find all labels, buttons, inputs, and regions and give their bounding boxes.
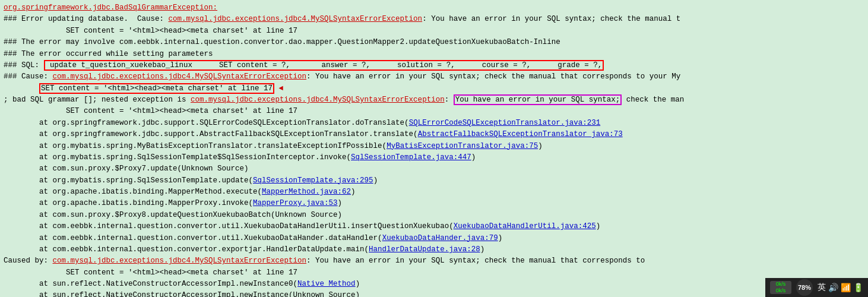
log-line-11: at org.springframework.jdbc.support.SQLE… bbox=[4, 118, 864, 129]
plain-text: ) bbox=[596, 222, 601, 230]
boxed-purple-text: You have an error in your SQL syntax; bbox=[454, 94, 622, 105]
lang-indicator: 英 bbox=[818, 282, 826, 293]
plain-text: ) bbox=[538, 142, 543, 150]
log-line-5: ### The error occurred while setting par… bbox=[4, 49, 864, 60]
log-link[interactable]: com.mysql.jdbc.exceptions.jdbc4.MySQLSyn… bbox=[169, 15, 423, 23]
statusbar: 0k/s 0k/s 78% 英 🔊 📶 🔋 bbox=[765, 278, 868, 297]
log-link[interactable]: MapperMethod.java:62 bbox=[262, 188, 351, 196]
main-container: org.springframework.jdbc.BadSqlGrammarEx… bbox=[0, 0, 868, 297]
plain-text: at sun.reflect.NativeConstructorAccessor… bbox=[4, 280, 297, 288]
log-line-2: ### Error updating database. Cause: com.… bbox=[4, 14, 864, 25]
plain-text: ) bbox=[373, 176, 378, 185]
plain-text: ; bad SQL grammar []; nested exception i… bbox=[4, 96, 191, 104]
plain-text: ) bbox=[471, 153, 476, 162]
plain-text: check the man bbox=[622, 96, 684, 104]
log-line-3: SET content = '<html><head><meta charset… bbox=[4, 26, 864, 37]
log-line-24: SET content = '<html><head><meta charset… bbox=[4, 267, 864, 279]
plain-text: at com.eebbk.internal.question.convertor… bbox=[4, 222, 454, 230]
plain-text: ) bbox=[351, 188, 356, 196]
log-line-20: at com.eebbk.internal.question.convertor… bbox=[4, 221, 864, 232]
plain-text: : You have an error in your SQL syntax; … bbox=[422, 15, 680, 23]
log-link[interactable]: XuekubaoDataHander.java:79 bbox=[382, 234, 498, 242]
battery-icon: 🔋 bbox=[853, 283, 863, 292]
plain-text: ### Cause: bbox=[4, 72, 53, 81]
log-line-19: at com.sun.proxy.$Proxy8.updateQuestionX… bbox=[4, 210, 864, 221]
plain-text: : bbox=[445, 96, 454, 104]
log-line-21: at com.eebbk.internal.question.convertor… bbox=[4, 233, 864, 244]
log-link[interactable]: HandlerDataUpdate.java:28 bbox=[369, 245, 480, 254]
log-link[interactable]: org.springframework.jdbc.BadSqlGrammarEx… bbox=[4, 4, 217, 12]
boxed-red-text: SET content = '<html><head><meta charset… bbox=[39, 83, 274, 94]
log-line-12: at org.springframework.jdbc.support.Abst… bbox=[4, 129, 864, 140]
log-line-13: at org.mybatis.spring.MyBatisExceptionTr… bbox=[4, 141, 864, 152]
arrow-indicator bbox=[274, 84, 279, 93]
plain-text: SET content = '<html><head><meta charset… bbox=[4, 27, 297, 35]
plain-text: ) bbox=[480, 245, 485, 254]
plain-text: SET content = '<html><head><meta charset… bbox=[4, 107, 297, 115]
log-link[interactable]: MapperProxy.java:53 bbox=[253, 199, 338, 207]
boxed-red-text: update t_question_xuekebao_linux SET con… bbox=[44, 60, 604, 71]
log-link[interactable]: com.mysql.jdbc.exceptions.jdbc4.MySQLSyn… bbox=[53, 72, 307, 81]
network-icon: 0k/s 0k/s bbox=[770, 281, 791, 294]
plain-text bbox=[4, 84, 39, 93]
log-line-26: at sun.reflect.NativeConstructorAccessor… bbox=[4, 290, 864, 297]
log-link[interactable]: com.mysql.jdbc.exceptions.jdbc4.MySQLSyn… bbox=[53, 257, 307, 265]
log-line-8: SET content = '<html><head><meta charset… bbox=[4, 83, 864, 94]
plain-text: ### The error may involve com.eebbk.inte… bbox=[4, 38, 560, 46]
log-line-16: at org.mybatis.spring.SqlSessionTemplate… bbox=[4, 175, 864, 187]
plain-text: at org.apache.ibatis.binding.MapperMetho… bbox=[4, 188, 262, 196]
plain-text: at sun.reflect.NativeConstructorAccessor… bbox=[4, 291, 360, 297]
log-link[interactable]: Native Method bbox=[297, 280, 356, 288]
plain-text: ### SQL: bbox=[4, 61, 44, 69]
plain-text: Caused by: bbox=[4, 257, 53, 265]
network-up: 0k/s bbox=[776, 281, 786, 287]
plain-text: at org.springframework.jdbc.support.Abst… bbox=[4, 130, 418, 138]
log-line-18: at org.apache.ibatis.binding.MapperProxy… bbox=[4, 198, 864, 209]
log-line-22: at com.eebbk.internal.question.convertor… bbox=[4, 244, 864, 255]
plain-text: at com.sun.proxy.$Proxy7.update(Unknown … bbox=[4, 165, 249, 173]
log-line-7: ### Cause: com.mysql.jdbc.exceptions.jdb… bbox=[4, 71, 864, 83]
plain-text: at org.apache.ibatis.binding.MapperProxy… bbox=[4, 199, 253, 207]
log-line-6: ### SQL: update t_question_xuekebao_linu… bbox=[4, 60, 864, 71]
taskbar-icons: 英 🔊 📶 🔋 bbox=[818, 282, 863, 293]
log-line-1: org.springframework.jdbc.BadSqlGrammarEx… bbox=[4, 2, 864, 14]
plain-text: at com.eebbk.internal.question.convertor… bbox=[4, 245, 369, 254]
log-link[interactable]: SqlSessionTemplate.java:447 bbox=[351, 153, 471, 162]
plain-text: at org.mybatis.spring.SqlSessionTemplate… bbox=[4, 176, 253, 185]
plain-text: : You have an error in your SQL syntax; … bbox=[306, 72, 680, 81]
plain-text: ### Error updating database. Cause: bbox=[4, 15, 169, 23]
plain-text: at com.sun.proxy.$Proxy8.updateQuestionX… bbox=[4, 211, 342, 219]
cpu-percent: 78% bbox=[796, 279, 813, 296]
log-content: org.springframework.jdbc.BadSqlGrammarEx… bbox=[4, 2, 864, 297]
log-line-14: at org.mybatis.spring.SqlSessionTemplate… bbox=[4, 152, 864, 163]
plain-text: ) bbox=[498, 234, 503, 242]
log-link[interactable]: MyBatisExceptionTranslator.java:75 bbox=[387, 142, 538, 150]
log-line-25: at sun.reflect.NativeConstructorAccessor… bbox=[4, 279, 864, 290]
log-link[interactable]: AbstractFallbackSQLExceptionTranslator_j… bbox=[418, 130, 623, 138]
log-line-23: Caused by: com.mysql.jdbc.exceptions.jdb… bbox=[4, 255, 864, 267]
plain-text: ) bbox=[356, 280, 360, 288]
network-down: 0k/s bbox=[776, 287, 786, 294]
arrow-indicator: ◄ bbox=[279, 84, 284, 93]
plain-text: at org.springframework.jdbc.support.SQLE… bbox=[4, 119, 409, 127]
plain-text: at org.mybatis.spring.SqlSessionTemplate… bbox=[4, 153, 351, 162]
log-line-10: SET content = '<html><head><meta charset… bbox=[4, 106, 864, 117]
network-status-icon: 📶 bbox=[841, 283, 851, 292]
plain-text: ### The error occurred while setting par… bbox=[4, 50, 213, 58]
log-line-15: at com.sun.proxy.$Proxy7.update(Unknown … bbox=[4, 163, 864, 175]
log-line-9: ; bad SQL grammar []; nested exception i… bbox=[4, 94, 864, 106]
plain-text: at org.mybatis.spring.MyBatisExceptionTr… bbox=[4, 142, 387, 150]
log-link[interactable]: SQLErrorCodeSQLExceptionTranslator.java:… bbox=[409, 119, 601, 127]
plain-text: : You have an error in your SQL syntax; … bbox=[306, 257, 645, 265]
log-link[interactable]: com.mysql.jdbc.exceptions.jdbc4.MySQLSyn… bbox=[191, 96, 445, 104]
log-link[interactable]: XuekubaoDataHandlerUtil.java:425 bbox=[454, 222, 596, 230]
log-line-17: at org.apache.ibatis.binding.MapperMetho… bbox=[4, 187, 864, 198]
plain-text: at com.eebbk.internal.question.convertor… bbox=[4, 234, 382, 242]
sound-icon: 🔊 bbox=[828, 283, 838, 292]
plain-text: ) bbox=[338, 199, 343, 207]
plain-text: SET content = '<html><head><meta charset… bbox=[4, 268, 297, 277]
log-link[interactable]: SqlSessionTemplate.java:295 bbox=[253, 176, 373, 185]
log-line-4: ### The error may involve com.eebbk.inte… bbox=[4, 37, 864, 48]
